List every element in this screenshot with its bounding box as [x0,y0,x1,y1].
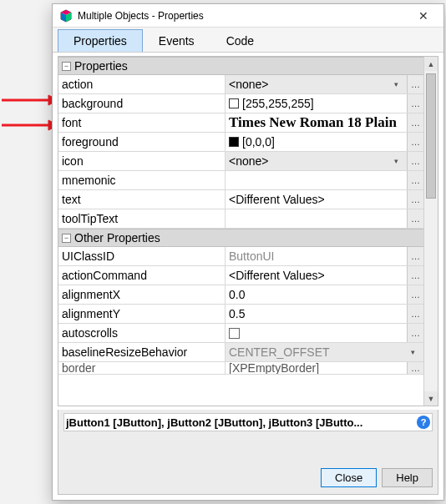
close-button[interactable]: Close [321,468,377,487]
vertical-scrollbar[interactable]: ▲ ▼ [423,57,438,406]
collapse-icon[interactable]: − [62,234,71,243]
prop-name: alignmentY [58,305,226,323]
scroll-down-button[interactable]: ▼ [424,391,438,406]
prop-name: font [58,113,226,132]
chevron-down-icon: ▾ [405,345,420,360]
prop-row-text: text <Different Values> … [58,190,423,209]
tab-events[interactable]: Events [143,29,210,52]
prop-row-action: action <none> ▾ … [58,75,423,94]
prop-value: ButtonUI [226,247,407,265]
prop-value[interactable]: [XPEmptyBorder] [226,362,407,374]
section-label: Other Properties [74,231,160,244]
titlebar: Multiple Objects - Properties ✕ [53,4,443,28]
prop-name: icon [58,152,226,170]
help-button[interactable]: Help [382,468,433,487]
prop-row-mnemonic: mnemonic … [58,171,423,190]
prop-name: toolTipText [58,209,226,228]
prop-value[interactable] [226,209,407,228]
property-sheet: − Properties action <none> ▾ … backgroun… [58,57,423,406]
prop-name: mnemonic [58,171,226,189]
ellipsis-button[interactable]: … [407,362,423,374]
prop-value[interactable]: Times New Roman 18 Plain [226,113,407,132]
prop-value[interactable]: <Different Values> [226,190,407,209]
ellipsis-button[interactable]: … [407,285,423,304]
prop-name: autoscrolls [58,324,226,342]
ellipsis-button[interactable]: … [407,113,423,132]
prop-row-border: border [XPEmptyBorder] … [58,362,423,375]
ellipsis-button[interactable]: … [407,75,423,93]
prop-row-actionCommand: actionCommand <Different Values> … [58,266,423,285]
prop-value[interactable]: [0,0,0] [226,133,407,151]
tab-code[interactable]: Code [210,29,270,52]
prop-value[interactable]: 0.5 [226,305,407,323]
properties-dialog: Multiple Objects - Properties ✕ Properti… [52,3,444,501]
ellipsis-button[interactable]: … [407,209,423,228]
prop-value[interactable]: <none> ▾ [226,152,407,170]
prop-row-toolTipText: toolTipText … [58,209,423,229]
section-label: Properties [74,59,128,73]
ellipsis-button[interactable]: … [407,190,423,209]
tab-bar: Properties Events Code [53,28,443,53]
prop-value[interactable] [226,171,407,189]
prop-name: text [58,190,226,209]
scroll-thumb[interactable] [426,73,436,199]
prop-value: CENTER_OFFSET ▾ [226,343,423,361]
ellipsis-button[interactable]: … [407,266,423,285]
annotation-arrow [0,92,58,108]
section-properties[interactable]: − Properties [58,57,423,75]
prop-value[interactable]: <none> ▾ [226,75,407,93]
prop-row-font: font Times New Roman 18 Plain … [58,113,423,133]
checkbox[interactable] [229,328,240,339]
prop-row-alignmentY: alignmentY 0.5 … [58,305,423,324]
prop-name: alignmentX [58,285,226,304]
footer-panel: jButton1 [JButton], jButton2 [JButton], … [58,410,438,495]
ellipsis-button[interactable]: … [407,171,423,189]
tab-properties[interactable]: Properties [58,29,143,52]
ellipsis-button[interactable]: … [407,305,423,323]
ellipsis-button[interactable]: … [407,94,423,113]
prop-name: border [58,362,226,374]
prop-name: foreground [58,133,226,151]
selection-label: jButton1 [JButton], jButton2 [JButton], … [63,413,433,431]
prop-value[interactable] [226,324,407,342]
help-icon[interactable]: ? [417,416,430,429]
color-swatch [229,137,239,147]
ellipsis-button[interactable]: … [407,324,423,342]
prop-row-autoscrolls: autoscrolls … [58,324,423,343]
ellipsis-button[interactable]: … [407,133,423,151]
chevron-down-icon[interactable]: ▾ [388,154,403,169]
chevron-down-icon[interactable]: ▾ [388,77,403,92]
color-swatch [229,98,239,108]
prop-row-foreground: foreground [0,0,0] … [58,133,423,152]
prop-name: baselineResizeBehavior [58,343,226,361]
window-close-button[interactable]: ✕ [407,6,440,26]
annotation-arrow [0,117,58,134]
prop-name: background [58,94,226,113]
prop-name: action [58,75,226,93]
section-other[interactable]: − Other Properties [58,229,423,247]
collapse-icon[interactable]: − [62,62,71,71]
prop-value[interactable]: <Different Values> [226,266,407,285]
prop-row-background: background [255,255,255] … [58,94,423,113]
prop-name: UIClassID [58,247,226,265]
prop-row-icon: icon <none> ▾ … [58,152,423,171]
prop-row-UIClassID: UIClassID ButtonUI … [58,247,423,266]
ellipsis-button[interactable]: … [407,247,423,265]
ellipsis-button[interactable]: … [407,152,423,170]
prop-row-alignmentX: alignmentX 0.0 … [58,285,423,305]
scroll-up-button[interactable]: ▲ [424,57,438,71]
prop-row-baselineResizeBehavior: baselineResizeBehavior CENTER_OFFSET ▾ [58,343,423,362]
prop-value[interactable]: [255,255,255] [226,94,407,113]
prop-name: actionCommand [58,266,226,285]
app-icon [59,9,73,23]
window-title: Multiple Objects - Properties [78,10,407,22]
prop-value[interactable]: 0.0 [226,285,407,304]
